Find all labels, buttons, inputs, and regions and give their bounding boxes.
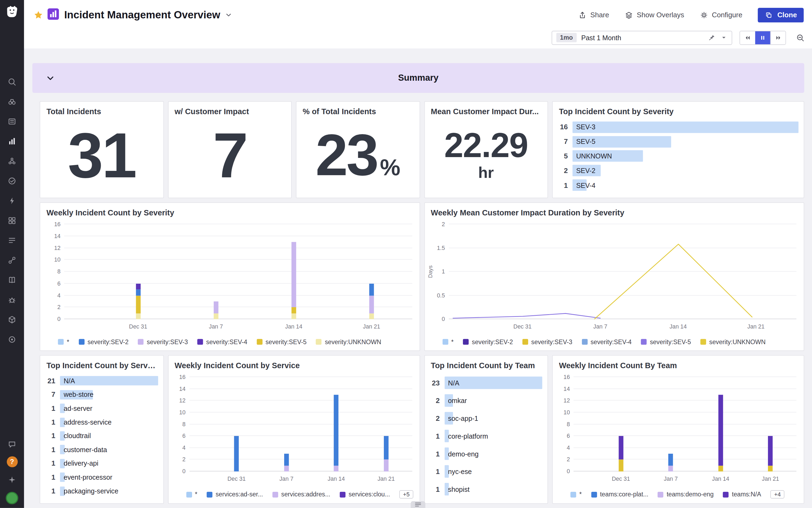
toplist-row[interactable]: 1shopist bbox=[426, 480, 542, 498]
legend-item[interactable]: services:clou... bbox=[340, 491, 390, 498]
legend-item[interactable]: * bbox=[58, 338, 69, 345]
bar-segment[interactable] bbox=[619, 436, 623, 459]
dashboards-icon[interactable] bbox=[7, 136, 17, 146]
legend-item[interactable]: severity:UNKNOWN bbox=[316, 338, 381, 345]
bar-segment[interactable] bbox=[718, 395, 723, 465]
user-avatar[interactable] bbox=[6, 492, 18, 504]
legend-item[interactable]: severity:UNKNOWN bbox=[700, 338, 766, 345]
bar-segment[interactable] bbox=[214, 301, 218, 313]
summary-group-header[interactable]: Summary bbox=[32, 63, 804, 93]
sparkle-icon[interactable] bbox=[7, 474, 17, 484]
pause-button[interactable] bbox=[755, 31, 770, 44]
search-icon[interactable] bbox=[7, 77, 17, 87]
bar-segment[interactable] bbox=[292, 313, 296, 319]
rewind-button[interactable] bbox=[740, 31, 755, 44]
bar-segment[interactable] bbox=[369, 284, 374, 296]
legend-item[interactable]: severity:SEV-4 bbox=[582, 338, 631, 345]
events-icon[interactable] bbox=[7, 116, 17, 126]
toplist-row[interactable]: 1demo-eng bbox=[426, 445, 542, 463]
toplist-row[interactable]: 1SEV-4 bbox=[554, 178, 799, 193]
bar-segment[interactable] bbox=[292, 242, 296, 307]
bar-segment[interactable] bbox=[136, 313, 141, 319]
legend-item[interactable]: teams:demo-eng bbox=[658, 491, 714, 498]
watchdog-icon[interactable] bbox=[7, 96, 17, 107]
security-icon[interactable] bbox=[7, 295, 17, 305]
bar-segment[interactable] bbox=[136, 284, 141, 290]
bar-segment[interactable] bbox=[284, 466, 289, 472]
toplist-row[interactable]: 2SEV-2 bbox=[554, 163, 799, 178]
bar-segment[interactable] bbox=[619, 460, 623, 472]
toplist-row[interactable]: 23N/A bbox=[426, 374, 542, 392]
bar-segment[interactable] bbox=[768, 466, 773, 472]
pin-icon[interactable] bbox=[708, 34, 716, 41]
legend-item[interactable]: * bbox=[186, 491, 197, 498]
bar-segment[interactable] bbox=[718, 466, 723, 472]
toplist-row[interactable]: 7web-store bbox=[41, 388, 158, 401]
actions-icon[interactable] bbox=[7, 196, 17, 206]
rum-icon[interactable] bbox=[7, 334, 17, 344]
bar-segment[interactable] bbox=[292, 307, 296, 313]
logs-icon[interactable] bbox=[7, 235, 17, 245]
bottom-drawer-handle[interactable] bbox=[411, 501, 425, 508]
bar-segment[interactable] bbox=[136, 295, 141, 313]
integrations-icon[interactable] bbox=[7, 215, 17, 225]
legend-overflow-chip[interactable]: +4 bbox=[770, 490, 784, 499]
legend-item[interactable]: services:addres... bbox=[272, 491, 331, 498]
packages-icon[interactable] bbox=[7, 314, 17, 325]
bar-segment[interactable] bbox=[668, 454, 673, 466]
legend-item[interactable]: severity:SEV-3 bbox=[138, 338, 188, 345]
title-chevron-down-icon[interactable] bbox=[225, 11, 233, 19]
bar-segment[interactable] bbox=[334, 466, 339, 472]
bar-segment[interactable] bbox=[768, 436, 773, 465]
toplist-row[interactable]: 2omkar bbox=[426, 392, 542, 410]
legend-item[interactable]: teams:core-plat... bbox=[591, 491, 648, 498]
notebooks-icon[interactable] bbox=[7, 275, 17, 285]
bar-segment[interactable] bbox=[234, 436, 239, 471]
toplist-row[interactable]: 1address-service bbox=[41, 415, 158, 429]
legend-item[interactable]: * bbox=[571, 491, 582, 498]
bar-segment[interactable] bbox=[384, 460, 388, 472]
zoom-out-button[interactable] bbox=[794, 31, 807, 44]
toplist-row[interactable]: 1customer-data bbox=[41, 443, 158, 457]
bar-segment[interactable] bbox=[668, 466, 673, 472]
toplist-row[interactable]: 1ad-server bbox=[41, 401, 158, 415]
bar-segment[interactable] bbox=[214, 313, 218, 319]
favorite-star-icon[interactable] bbox=[34, 10, 43, 20]
bar-segment[interactable] bbox=[136, 290, 141, 296]
show-overlays-button[interactable]: Show Overlays bbox=[625, 11, 684, 19]
help-button[interactable]: ? bbox=[6, 457, 17, 467]
bar-segment[interactable] bbox=[369, 295, 374, 313]
toplist-row[interactable]: 1packaging-service bbox=[41, 484, 158, 498]
toplist-row[interactable]: 7SEV-5 bbox=[554, 134, 799, 149]
legend-item[interactable]: teams:N/A bbox=[723, 491, 761, 498]
toplist-row[interactable]: 16SEV-3 bbox=[554, 120, 799, 134]
datadog-logo-icon[interactable] bbox=[4, 4, 21, 20]
monitors-icon[interactable] bbox=[7, 176, 17, 186]
toplist-row[interactable]: 1core-platform bbox=[426, 427, 542, 445]
service-map-icon[interactable] bbox=[7, 255, 17, 265]
caret-down-icon[interactable] bbox=[720, 34, 728, 41]
bar-segment[interactable] bbox=[369, 313, 374, 319]
legend-overflow-chip[interactable]: +5 bbox=[399, 490, 413, 499]
fast-forward-button[interactable] bbox=[770, 31, 785, 44]
configure-button[interactable]: Configure bbox=[700, 11, 743, 19]
chat-icon[interactable] bbox=[7, 439, 17, 449]
share-button[interactable]: Share bbox=[578, 11, 609, 19]
toplist-row[interactable]: 21N/A bbox=[41, 374, 158, 388]
legend-item[interactable]: severity:SEV-2 bbox=[79, 338, 128, 345]
bar-segment[interactable] bbox=[384, 436, 388, 459]
legend-item[interactable]: severity:SEV-4 bbox=[197, 338, 247, 345]
collapse-chevron-icon[interactable] bbox=[45, 73, 55, 83]
legend-item[interactable]: services:ad-ser... bbox=[207, 491, 263, 498]
infrastructure-icon[interactable] bbox=[7, 156, 17, 166]
toplist-row[interactable]: 1event-processor bbox=[41, 470, 158, 484]
bar-segment[interactable] bbox=[334, 395, 339, 465]
time-range-selector[interactable]: 1mo Past 1 Month bbox=[552, 31, 732, 45]
legend-item[interactable]: * bbox=[442, 338, 454, 345]
toplist-row[interactable]: 2soc-app-1 bbox=[426, 410, 542, 427]
legend-item[interactable]: severity:SEV-5 bbox=[257, 338, 307, 345]
legend-item[interactable]: severity:SEV-2 bbox=[463, 338, 513, 345]
clone-button[interactable]: Clone bbox=[758, 7, 804, 22]
bar-segment[interactable] bbox=[284, 454, 289, 466]
toplist-row[interactable]: 5UNKNOWN bbox=[554, 149, 799, 164]
